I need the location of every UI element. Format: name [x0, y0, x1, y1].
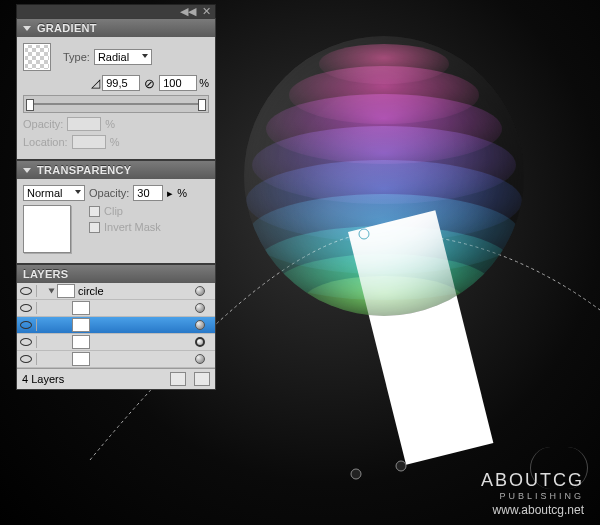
gradient-ramp[interactable]	[23, 95, 209, 113]
visibility-icon[interactable]	[19, 353, 33, 365]
layer-row[interactable]	[17, 351, 215, 368]
gradient-stop[interactable]	[26, 99, 34, 111]
panel-dock-bar[interactable]: ◀◀✕	[16, 4, 216, 18]
blend-mode-select[interactable]: Normal	[23, 185, 85, 201]
transparency-panel-header[interactable]: TRANSPARENCY	[16, 160, 216, 179]
layer-row[interactable]: circle	[17, 283, 215, 300]
disclosure-icon	[23, 26, 31, 31]
layer-row[interactable]	[17, 334, 215, 351]
target-icon[interactable]	[195, 337, 205, 347]
opacity-input[interactable]: 30	[133, 185, 163, 201]
stop-location-input	[72, 135, 106, 149]
anchor-point[interactable]	[351, 469, 361, 479]
angle-input[interactable]: 99,5	[102, 75, 140, 91]
layer-row[interactable]	[17, 300, 215, 317]
visibility-icon[interactable]	[19, 302, 33, 314]
type-label: Type:	[63, 51, 90, 63]
layer-thumbnail[interactable]	[72, 335, 90, 349]
gradient-stop[interactable]	[198, 99, 206, 111]
gradient-swatch[interactable]	[23, 43, 51, 71]
lock-column[interactable]	[36, 353, 46, 365]
layer-row[interactable]	[17, 317, 215, 334]
visibility-icon[interactable]	[19, 336, 33, 348]
lock-column[interactable]	[36, 302, 46, 314]
layer-thumbnail[interactable]	[57, 284, 75, 298]
stop-opacity-input	[67, 117, 101, 131]
layer-thumbnail[interactable]	[72, 352, 90, 366]
collapse-icon[interactable]: ◀◀	[180, 5, 196, 18]
lock-column[interactable]	[36, 336, 46, 348]
target-icon[interactable]	[195, 320, 205, 330]
twirl-icon[interactable]	[49, 289, 55, 294]
layer-list: circle	[17, 283, 215, 368]
aspect-icon: ⊘	[144, 76, 155, 91]
opacity-label: Opacity:	[89, 187, 129, 199]
disclosure-icon	[23, 168, 31, 173]
layers-footer: 4 Layers	[17, 368, 215, 389]
gradient-type-select[interactable]: Radial	[94, 49, 152, 65]
clip-checkbox	[89, 206, 100, 217]
sphere-artwork	[244, 36, 524, 316]
gradient-panel-header[interactable]: GRADIENT	[16, 18, 216, 37]
layer-name[interactable]: circle	[78, 285, 104, 297]
visibility-icon[interactable]	[19, 285, 33, 297]
mask-thumbnail[interactable]	[23, 205, 71, 253]
layer-thumbnail[interactable]	[72, 301, 90, 315]
color-disc	[304, 276, 464, 316]
stop-opacity-label: Opacity:	[23, 118, 63, 130]
gradient-panel: Type: Radial ◿ 99,5 ⊘ 100 % Opacity:% Lo…	[16, 37, 216, 160]
visibility-icon[interactable]	[19, 319, 33, 331]
target-icon[interactable]	[195, 303, 205, 313]
aspect-input[interactable]: 100	[159, 75, 197, 91]
angle-icon: ◿	[91, 76, 100, 90]
lock-column[interactable]	[36, 319, 46, 331]
target-icon[interactable]	[195, 286, 205, 296]
stop-location-label: Location:	[23, 136, 68, 148]
layers-panel: circle 4 Layers	[16, 283, 216, 390]
invert-mask-checkbox	[89, 222, 100, 233]
new-layer-button[interactable]	[170, 372, 186, 386]
layer-count: 4 Layers	[22, 373, 64, 385]
close-icon[interactable]: ✕	[202, 5, 211, 18]
watermark: ABOUTCG PUBLISHING www.aboutcg.net	[481, 470, 584, 517]
lock-column[interactable]	[36, 285, 46, 297]
layer-thumbnail[interactable]	[72, 318, 90, 332]
layers-panel-header[interactable]: LAYERS	[16, 264, 216, 283]
delete-layer-button[interactable]	[194, 372, 210, 386]
transparency-panel: Normal Opacity: 30 ▸ % Clip Invert Mask	[16, 179, 216, 264]
anchor-point[interactable]	[396, 461, 406, 471]
stepper-icon[interactable]: ▸	[167, 187, 173, 200]
target-icon[interactable]	[195, 354, 205, 364]
